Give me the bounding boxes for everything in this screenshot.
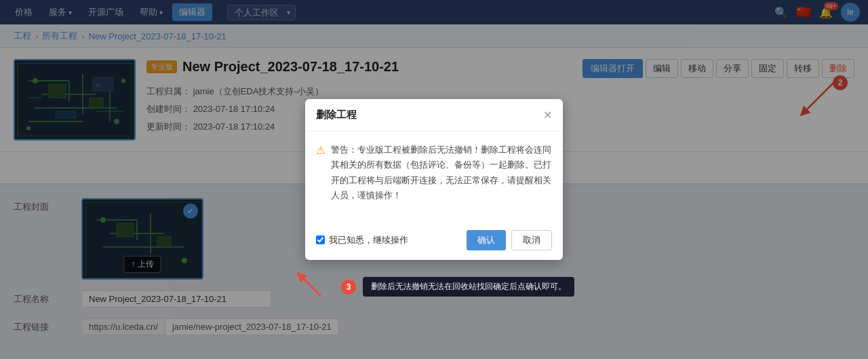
delete-modal: 删除工程 ✕ ⚠ 警告：专业版工程被删除后无法撤销！删除工程将会连同其相关的所有… — [305, 99, 563, 259]
annotation-number-3: 3 — [341, 280, 356, 295]
confirm-checkbox[interactable] — [316, 235, 325, 244]
modal-body: ⚠ 警告：专业版工程被删除后无法撤销！删除工程将会连同其相关的所有数据（包括评论… — [305, 132, 563, 223]
modal-footer: 我已知悉，继续操作 确认 取消 — [305, 223, 563, 260]
checkbox-label: 我已知悉，继续操作 — [329, 234, 408, 246]
modal-close-button[interactable]: ✕ — [543, 109, 552, 121]
warning-block: ⚠ 警告：专业版工程被删除后无法撤销！删除工程将会连同其相关的所有数据（包括评论… — [316, 143, 552, 202]
confirm-checkbox-row[interactable]: 我已知悉，继续操作 — [316, 234, 408, 246]
modal-cancel-button[interactable]: 取消 — [511, 230, 552, 250]
annotation-3-arrow-area — [294, 269, 334, 305]
annotation-3-group: 3 删除后无法撤销无法在回收站找回确定后点确认即可。 — [294, 269, 574, 305]
annotation-tooltip: 删除后无法撤销无法在回收站找回确定后点确认即可。 — [363, 277, 574, 297]
modal-title: 删除工程 — [316, 109, 357, 121]
warning-text: 警告：专业版工程被删除后无法撤销！删除工程将会连同其相关的所有数据（包括评论、备… — [331, 143, 552, 202]
modal-header: 删除工程 ✕ — [305, 99, 563, 132]
modal-footer-buttons: 确认 取消 — [467, 230, 552, 250]
arrow-svg-3 — [294, 269, 334, 303]
modal-overlay[interactable]: 删除工程 ✕ ⚠ 警告：专业版工程被删除后无法撤销！删除工程将会连同其相关的所有… — [0, 0, 868, 359]
svg-line-32 — [300, 276, 321, 296]
warning-icon: ⚠ — [316, 144, 326, 202]
modal-confirm-button[interactable]: 确认 — [467, 230, 506, 250]
